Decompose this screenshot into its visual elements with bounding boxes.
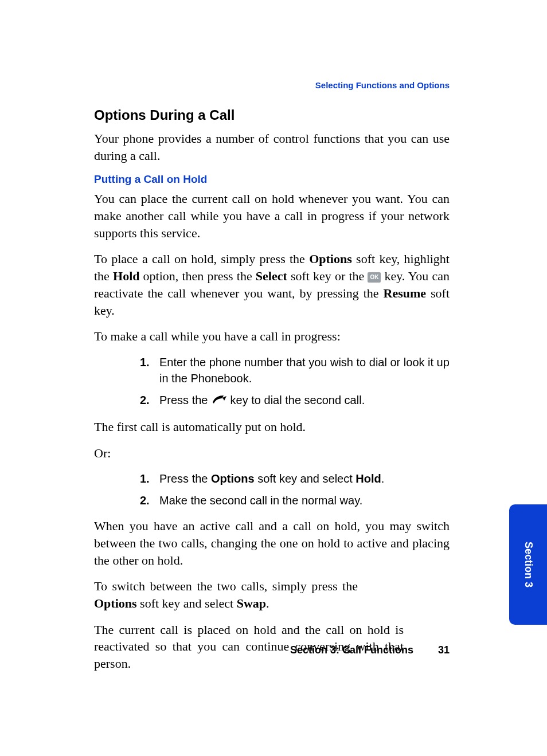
paragraph: When you have an active call and a call … bbox=[94, 518, 450, 569]
intro-paragraph: Your phone provides a number of control … bbox=[94, 130, 450, 164]
paragraph: To make a call while you have a call in … bbox=[94, 328, 450, 345]
paragraph: You can place the current call on hold w… bbox=[94, 190, 450, 241]
list-text: Enter the phone number that you wish to … bbox=[159, 354, 450, 386]
page-content: Selecting Functions and Options Options … bbox=[0, 0, 547, 716]
bold-text: Swap bbox=[237, 596, 266, 610]
list-text: Press the Options soft key and select Ho… bbox=[159, 471, 450, 487]
list-item: 2. Make the second call in the normal wa… bbox=[140, 492, 450, 508]
bold-text: Hold bbox=[355, 472, 381, 485]
text: soft key and select bbox=[255, 472, 356, 485]
list-number: 2. bbox=[140, 492, 159, 508]
paragraph: To switch between the two calls, simply … bbox=[94, 578, 358, 612]
list-item: 2. Press the key to dial the second call… bbox=[140, 392, 450, 409]
text: option, then press the bbox=[139, 269, 255, 283]
paragraph: The first call is automatically put on h… bbox=[94, 418, 450, 436]
bold-text: Resume bbox=[384, 286, 427, 300]
bold-text: Select bbox=[256, 269, 287, 283]
page-footer: Section 3: Call Functions 31 bbox=[290, 644, 450, 656]
bold-text: Options bbox=[94, 596, 137, 610]
text: soft key and select bbox=[137, 596, 237, 610]
list-text: Press the key to dial the second call. bbox=[159, 392, 450, 409]
list-text: Make the second call in the normal way. bbox=[159, 492, 450, 508]
paragraph: Or: bbox=[94, 445, 450, 462]
list-item: 1. Press the Options soft key and select… bbox=[140, 471, 450, 487]
text: . bbox=[266, 596, 269, 610]
text: soft key or the bbox=[287, 269, 368, 283]
text: To switch between the two calls, simply … bbox=[94, 579, 358, 593]
text: key to dial the second call. bbox=[227, 394, 365, 406]
paragraph: To place a call on hold, simply press th… bbox=[94, 250, 450, 319]
ordered-list-b: 1. Press the Options soft key and select… bbox=[94, 471, 450, 508]
text: . bbox=[381, 472, 385, 485]
heading-options-during-call: Options During a Call bbox=[94, 107, 450, 123]
text: To place a call on hold, simply press th… bbox=[94, 252, 309, 266]
bold-text: Hold bbox=[113, 269, 139, 283]
page-number: 31 bbox=[438, 644, 450, 656]
footer-section-label: Section 3: Call Functions bbox=[290, 644, 413, 656]
bold-text: Options bbox=[309, 252, 352, 266]
text: Press the bbox=[159, 394, 211, 406]
list-number: 1. bbox=[140, 354, 159, 386]
bold-text: Options bbox=[211, 472, 255, 485]
list-item: 1. Enter the phone number that you wish … bbox=[140, 354, 450, 386]
running-head: Selecting Functions and Options bbox=[94, 80, 450, 90]
ordered-list-a: 1. Enter the phone number that you wish … bbox=[94, 354, 450, 409]
subheading-putting-call-on-hold: Putting a Call on Hold bbox=[94, 173, 450, 186]
section-tab-label: Section 3 bbox=[522, 542, 534, 587]
section-tab: Section 3 bbox=[509, 504, 547, 625]
text: Press the bbox=[159, 472, 211, 485]
dial-key-icon bbox=[211, 393, 227, 409]
list-number: 2. bbox=[140, 392, 159, 409]
ok-key-icon: OK bbox=[368, 272, 381, 283]
list-number: 1. bbox=[140, 471, 159, 487]
